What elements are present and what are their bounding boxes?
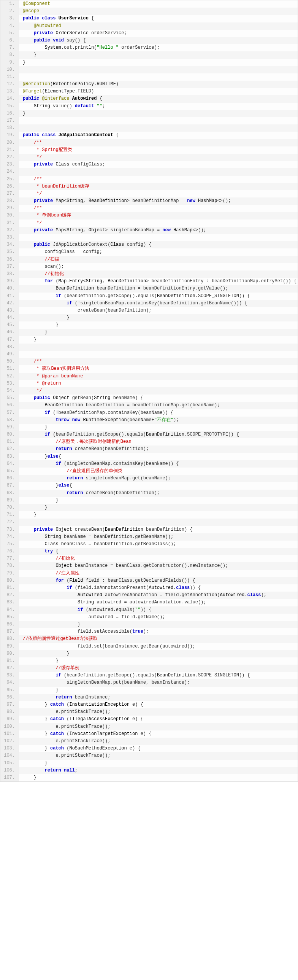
line-number: 26. <box>0 183 19 190</box>
code-line: 49. <box>0 351 298 358</box>
code-line: 50. /** <box>0 358 298 365</box>
code-content: return beanInstance; <box>19 694 298 701</box>
code-line: 77. //初始化 <box>0 555 298 562</box>
code-content: //依赖的属性通过getBean方法获取 <box>19 635 298 643</box>
line-number: 77. <box>0 555 19 562</box>
line-number: 86. <box>0 621 19 628</box>
line-number: 49. <box>0 351 19 358</box>
code-content: createBean(beanDefinition); <box>19 307 298 314</box>
code-line: 28. private Map<String, BeanDefinition> … <box>0 197 298 205</box>
code-content <box>19 124 298 132</box>
line-number: 28. <box>0 197 19 205</box>
code-content: * Spring配置类 <box>19 146 298 154</box>
code-content: field.setAccessible(true); <box>19 628 298 635</box>
code-line: 57. if (!beanDefinitionMap.containsKey(b… <box>0 409 298 417</box>
code-content: private Map<String, Object> singletonBea… <box>19 227 298 234</box>
code-content <box>19 117 298 124</box>
code-line: 5. private OrderService orderService; <box>0 30 298 37</box>
code-content: private Class configClass; <box>19 161 298 168</box>
line-number: 76. <box>0 548 19 555</box>
line-number: 51. <box>0 365 19 372</box>
line-number: 74. <box>0 533 19 541</box>
code-line: 12.@Retention(RetentionPolicy.RUNTIME) <box>0 81 298 88</box>
code-line: 39. for (Map.Entry<String, BeanDefinitio… <box>0 278 298 285</box>
code-line: 74. String beanName = beanDefinition.get… <box>0 533 298 541</box>
line-number: 93. <box>0 672 19 679</box>
code-line: 51. * 获取Bean实例通用方法 <box>0 365 298 372</box>
line-number: 88. <box>0 635 19 643</box>
line-number: 4. <box>0 22 19 30</box>
code-content: } <box>19 321 298 329</box>
line-number: 21. <box>0 146 19 154</box>
code-line: 44. } <box>0 314 298 321</box>
code-content: //初始化 <box>19 555 298 562</box>
code-content: e.printStackTrace(); <box>19 708 298 716</box>
line-number: 60. <box>0 431 19 438</box>
code-line: 86. } <box>0 621 298 628</box>
code-line: 22. */ <box>0 154 298 161</box>
code-content: if (beanDefinition.getScope().equals(Bea… <box>19 293 298 300</box>
code-line: 106. return null; <box>0 767 298 774</box>
code-content: private OrderService orderService; <box>19 30 298 37</box>
code-content: //缓存单例 <box>19 665 298 672</box>
line-number: 64. <box>0 460 19 468</box>
code-line: 9.} <box>0 59 298 66</box>
code-line: 7. System.out.println("Hello "+orderServ… <box>0 44 298 51</box>
line-number: 32. <box>0 227 19 234</box>
line-number: 75. <box>0 541 19 548</box>
code-content: if (field.isAnnotationPresent(Autowired.… <box>19 584 298 592</box>
code-line: 97. } catch (InstantiationException e) { <box>0 701 298 708</box>
code-line: 61. //原型类，每次获取时创建新的Bean <box>0 438 298 445</box>
line-number: 106. <box>0 767 19 774</box>
code-line: 40. BeanDefinition beanDefinition = bean… <box>0 285 298 292</box>
code-content: public JdApplicationContext(Class config… <box>19 241 298 248</box>
code-line: 91. } <box>0 657 298 665</box>
code-line: 60. if (beanDefinition.getScope().equals… <box>0 431 298 438</box>
code-line: 6. public void say() { <box>0 37 298 44</box>
line-number: 17. <box>0 117 19 124</box>
line-number: 95. <box>0 687 19 694</box>
code-content: @Autowired <box>19 22 298 30</box>
code-line: 100. e.printStackTrace(); <box>0 723 298 730</box>
code-content: } <box>19 760 298 767</box>
code-content: private Object createBean(BeanDefinition… <box>19 526 298 533</box>
code-block: 1.@Component2.@Scope3.public class UserS… <box>0 0 298 782</box>
code-line: 13.@Target(ElementType.FIELD) <box>0 88 298 95</box>
code-content: public class UserService { <box>19 15 298 22</box>
line-number: 103. <box>0 745 19 752</box>
code-content: */ <box>19 387 298 395</box>
line-number: 91. <box>0 657 19 665</box>
code-content: } <box>19 424 298 431</box>
code-content: } <box>19 497 298 504</box>
line-number: 53. <box>0 380 19 387</box>
code-content: String value() default ""; <box>19 103 298 110</box>
code-content <box>19 168 298 175</box>
code-line: 68. return createBean(beanDefinition); <box>0 490 298 497</box>
code-line: 82. Autowired autowiredAnnotation = fiel… <box>0 592 298 599</box>
line-number: 46. <box>0 329 19 336</box>
code-line: 32. private Map<String, Object> singleto… <box>0 227 298 234</box>
line-number: 39. <box>0 278 19 285</box>
code-content: * @return <box>19 380 298 387</box>
code-content: * 单例bean缓存 <box>19 212 298 219</box>
code-line: 47. } <box>0 336 298 344</box>
code-content: /** <box>19 205 298 212</box>
line-number: 98. <box>0 708 19 716</box>
code-content <box>19 351 298 358</box>
code-content: if (autowired.equals("")) { <box>19 606 298 614</box>
code-content: } <box>19 329 298 336</box>
code-content: /** <box>19 139 298 146</box>
code-line: 23. private Class configClass; <box>0 161 298 168</box>
line-number: 82. <box>0 592 19 599</box>
line-number: 23. <box>0 161 19 168</box>
code-content: } <box>19 650 298 657</box>
line-number: 105. <box>0 760 19 767</box>
code-line: 4. @Autowired <box>0 22 298 30</box>
code-line: 56. BeanDefinition beanDefinition = bean… <box>0 402 298 409</box>
code-line: 103. } catch (NoSuchMethodException e) { <box>0 745 298 752</box>
code-line: 81. if (field.isAnnotationPresent(Autowi… <box>0 584 298 592</box>
code-line: 46. } <box>0 329 298 336</box>
code-content: configClass = config; <box>19 248 298 256</box>
code-content: } <box>19 687 298 694</box>
line-number: 8. <box>0 51 19 59</box>
